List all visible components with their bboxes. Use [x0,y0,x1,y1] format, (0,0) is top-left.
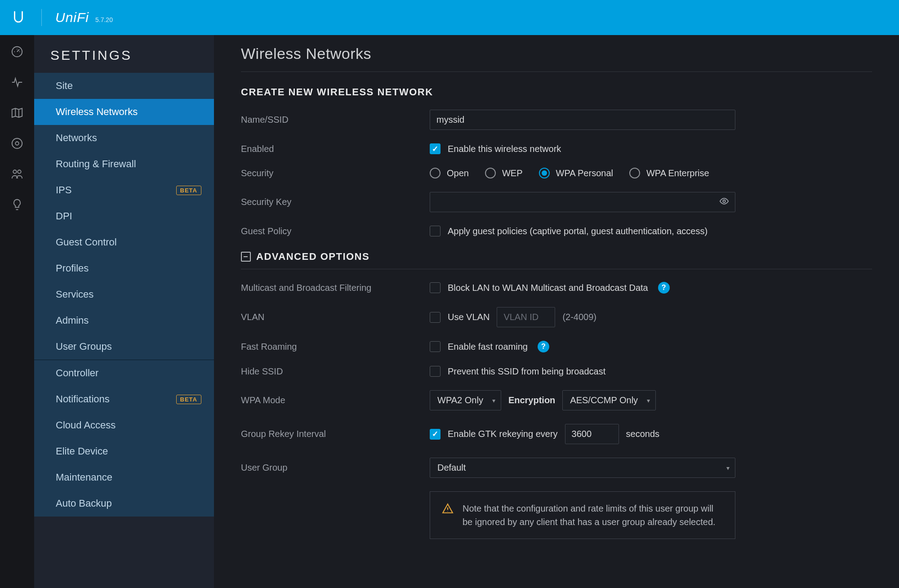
user-group-note: Note that the configuration and rate lim… [430,491,735,539]
topbar: UniFi 5.7.20 [0,0,899,35]
radio-icon[interactable] [539,168,550,178]
sidebar-item-wireless-networks[interactable]: Wireless Networks [34,99,214,125]
sidebar-item-networks[interactable]: Networks [34,125,214,151]
sidebar-item-controller[interactable]: Controller [34,360,214,386]
security-key-input[interactable] [430,192,735,212]
vlan-range-hint: (2-4009) [562,312,596,322]
vlan-text: Use VLAN [448,312,490,322]
label-encryption: Encryption [508,395,555,405]
sidebar-item-user-groups[interactable]: User Groups [34,334,214,360]
activity-icon[interactable] [10,76,24,89]
warning-icon [442,503,454,518]
security-radio-group: OpenWEPWPA PersonalWPA Enterprise [430,168,709,178]
unifi-logo-icon [9,8,28,27]
fast-roaming-text: Enable fast roaming [448,342,528,352]
label-user-group: User Group [241,463,430,473]
label-hide-ssid: Hide SSID [241,366,430,377]
guest-policy-text: Apply guest policies (captive portal, gu… [448,226,708,236]
beta-badge: BETA [176,186,201,195]
insights-icon[interactable] [10,198,24,211]
vlan-id-input[interactable] [497,307,555,327]
security-option-open[interactable]: Open [430,168,469,178]
svg-point-4 [18,170,21,174]
beta-badge: BETA [176,395,201,404]
sidebar-item-guest-control[interactable]: Guest Control [34,229,214,255]
multicast-checkbox[interactable] [430,282,441,293]
security-option-wep[interactable]: WEP [485,168,523,178]
multicast-text: Block LAN to WLAN Multicast and Broadcas… [448,283,648,293]
radio-icon[interactable] [430,168,441,178]
fast-roaming-checkbox[interactable] [430,341,441,352]
wpa-mode-select[interactable]: WPA2 Only ▾ [430,390,501,410]
security-option-wpa-enterprise[interactable]: WPA Enterprise [629,168,709,178]
label-security: Security [241,168,430,178]
page-title: Wireless Networks [241,45,872,72]
label-security-key: Security Key [241,197,430,207]
sidebar-item-services[interactable]: Services [34,281,214,307]
settings-sidebar: SETTINGS SiteWireless NetworksNetworksRo… [34,35,214,588]
rekey-text: Enable GTK rekeying every [448,429,558,439]
sidebar-item-routing-firewall[interactable]: Routing & Firewall [34,151,214,177]
label-enabled: Enabled [241,144,430,154]
radio-icon[interactable] [485,168,496,178]
collapse-icon[interactable]: − [241,252,251,262]
label-ssid: Name/SSID [241,115,430,125]
sidebar-item-auto-backup[interactable]: Auto Backup [34,490,214,517]
enabled-checkbox[interactable] [430,143,441,154]
sidebar-item-admins[interactable]: Admins [34,307,214,334]
label-guest-policy: Guest Policy [241,226,430,236]
brand-name: UniFi [55,10,89,25]
label-vlan: VLAN [241,312,430,322]
dashboard-icon[interactable] [10,45,24,58]
sidebar-item-site[interactable]: Site [34,73,214,99]
user-group-select[interactable]: Default ▾ [430,458,735,478]
radio-icon[interactable] [629,168,640,178]
icon-rail [0,35,34,588]
sidebar-item-dpi[interactable]: DPI [34,203,214,229]
chevron-down-icon: ▾ [647,397,650,404]
divider [41,9,42,26]
ssid-input[interactable] [430,110,735,130]
vlan-checkbox[interactable] [430,312,441,323]
sidebar-item-maintenance[interactable]: Maintenance [34,464,214,490]
reveal-password-icon[interactable] [719,196,729,208]
help-icon[interactable]: ? [658,282,670,294]
guest-policy-checkbox[interactable] [430,226,441,236]
svg-point-1 [12,138,22,149]
hide-ssid-checkbox[interactable] [430,366,441,377]
security-option-wpa-personal[interactable]: WPA Personal [539,168,613,178]
version-label: 5.7.20 [95,16,113,23]
rekey-unit: seconds [626,429,660,439]
encryption-select[interactable]: AES/CCMP Only ▾ [562,390,656,410]
sidebar-item-elite-device[interactable]: Elite Device [34,438,214,464]
section-advanced-title[interactable]: − ADVANCED OPTIONS [241,251,872,269]
main-content: Wireless Networks CREATE NEW WIRELESS NE… [214,35,899,588]
rekey-interval-input[interactable] [565,424,619,444]
sidebar-item-ips[interactable]: IPSBETA [34,177,214,203]
help-icon[interactable]: ? [538,341,549,352]
label-multicast: Multicast and Broadcast Filtering [241,283,430,293]
chevron-down-icon: ▾ [492,397,495,404]
chevron-down-icon: ▾ [726,464,730,472]
rekey-checkbox[interactable] [430,429,441,440]
section-create-title: CREATE NEW WIRELESS NETWORK [241,86,872,98]
sidebar-item-profiles[interactable]: Profiles [34,255,214,281]
settings-list: SiteWireless NetworksNetworksRouting & F… [34,73,214,517]
svg-point-2 [15,142,19,145]
label-group-rekey: Group Rekey Interval [241,429,430,439]
sidebar-item-cloud-access[interactable]: Cloud Access [34,412,214,438]
map-icon[interactable] [10,106,24,120]
clients-icon[interactable] [10,167,24,181]
label-fast-roaming: Fast Roaming [241,342,430,352]
svg-point-5 [723,200,725,202]
label-wpa-mode: WPA Mode [241,395,430,405]
devices-icon[interactable] [10,137,24,150]
hide-ssid-text: Prevent this SSID from being broadcast [448,366,605,377]
sidebar-item-notifications[interactable]: NotificationsBETA [34,386,214,412]
settings-title: SETTINGS [34,48,214,73]
svg-point-3 [13,170,17,174]
enabled-text: Enable this wireless network [448,144,561,154]
